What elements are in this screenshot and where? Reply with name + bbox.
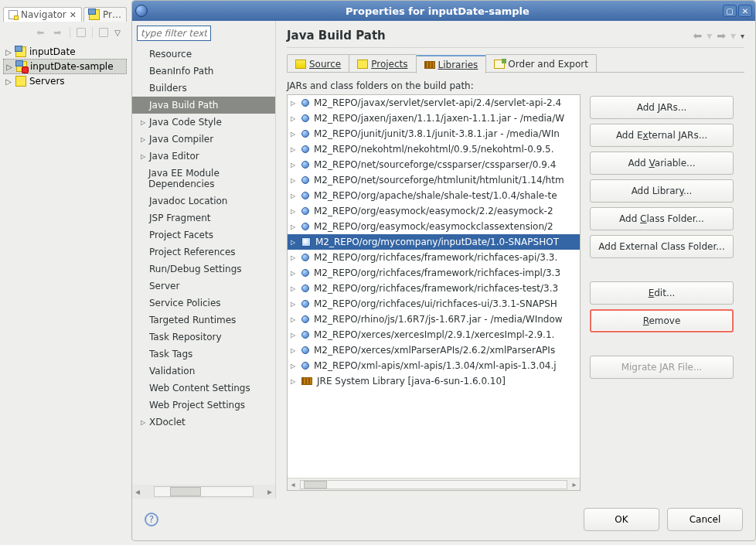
tab-source[interactable]: Source bbox=[287, 54, 349, 73]
category-item[interactable]: ▷Java Code Style bbox=[132, 114, 275, 131]
expand-icon[interactable]: ▷ bbox=[140, 136, 146, 143]
jar-item[interactable]: ▷M2_REPO/nekohtml/nekohtml/0.9.5/nekohtm… bbox=[288, 141, 580, 157]
category-item[interactable]: Javadoc Location bbox=[132, 192, 275, 209]
jar-item[interactable]: ▷M2_REPO/jaxen/jaxen/1.1.1/jaxen-1.1.1.j… bbox=[288, 111, 580, 126]
cancel-button[interactable]: Cancel bbox=[667, 508, 743, 531]
add-class-folder-button[interactable]: Add Class Folder... bbox=[590, 207, 734, 230]
jar-item[interactable]: ▷M2_REPO/org/richfaces/framework/richfac… bbox=[288, 250, 580, 265]
expand-icon[interactable]: ▷ bbox=[291, 208, 297, 215]
expand-icon[interactable]: ▷ bbox=[291, 146, 297, 153]
jar-item[interactable]: ▷M2_REPO/org/easymock/easymockclassexten… bbox=[288, 219, 580, 234]
back-icon[interactable]: ⬅ bbox=[693, 29, 702, 42]
tree-item-inputdate[interactable]: ▷ inputDate bbox=[3, 45, 127, 59]
link-editor-icon[interactable] bbox=[99, 28, 108, 37]
jar-item[interactable]: ▷M2_REPO/javax/servlet/servlet-api/2.4/s… bbox=[288, 95, 580, 111]
category-item[interactable]: Web Project Settings bbox=[132, 397, 275, 414]
jar-list-horizontal-scrollbar[interactable]: ◂ ▸ bbox=[288, 478, 580, 490]
category-item[interactable]: ▷Java Compiler bbox=[132, 131, 275, 148]
add-jars-button[interactable]: Add JARs... bbox=[590, 96, 734, 119]
jar-item[interactable]: ▷M2_REPO/org/richfaces/framework/richfac… bbox=[288, 265, 580, 281]
expand-icon[interactable]: ▷ bbox=[5, 48, 12, 56]
window-close-button[interactable]: ✕ bbox=[738, 5, 752, 17]
ok-button[interactable]: OK bbox=[584, 508, 659, 531]
expand-icon[interactable]: ▷ bbox=[291, 285, 297, 292]
expand-icon[interactable]: ▷ bbox=[291, 192, 297, 199]
remove-button[interactable]: Remove bbox=[590, 309, 734, 332]
expand-icon[interactable]: ▷ bbox=[291, 177, 297, 184]
nav-forward-icon[interactable]: ➡ bbox=[51, 26, 63, 39]
jar-item[interactable]: ▷M2_REPO/net/sourceforge/htmlunit/htmlun… bbox=[288, 172, 580, 188]
jar-item[interactable]: ▷M2_REPO/junit/junit/3.8.1/junit-3.8.1.j… bbox=[288, 126, 580, 141]
edit-button[interactable]: Edit... bbox=[590, 281, 734, 305]
expand-icon[interactable]: ▷ bbox=[291, 270, 297, 277]
jar-item[interactable]: ▷M2_REPO/org/apache/shale/shale-test/1.0… bbox=[288, 188, 580, 203]
expand-icon[interactable]: ▷ bbox=[5, 63, 13, 71]
category-item[interactable]: Builders bbox=[132, 80, 275, 97]
expand-icon[interactable]: ▷ bbox=[291, 254, 297, 261]
jre-item[interactable]: ▷JRE System Library [java-6-sun-1.6.0.10… bbox=[288, 373, 580, 389]
view-menu-icon[interactable]: ▽ bbox=[114, 29, 121, 37]
expand-icon[interactable]: ▷ bbox=[291, 100, 297, 107]
category-item[interactable]: Java EE Module Dependencies bbox=[132, 165, 275, 192]
expand-icon[interactable]: ▷ bbox=[291, 316, 297, 323]
jar-item[interactable]: ▷M2_REPO/org/richfaces/ui/richfaces-ui/3… bbox=[288, 296, 580, 312]
jar-item[interactable]: ▷M2_REPO/xml-apis/xml-apis/1.3.04/xml-ap… bbox=[288, 358, 580, 373]
expand-icon[interactable]: ▷ bbox=[291, 162, 297, 169]
category-item[interactable]: Targeted Runtimes bbox=[132, 312, 275, 329]
page-menu-icon[interactable]: ▾ bbox=[741, 32, 744, 40]
expand-icon[interactable]: ▷ bbox=[291, 363, 297, 370]
category-item[interactable]: Java Build Path bbox=[132, 97, 275, 114]
expand-icon[interactable]: ▷ bbox=[291, 223, 297, 230]
tree-item-inputdate-sample[interactable]: ▷ inputDate-sample bbox=[3, 59, 127, 74]
category-item[interactable]: Task Tags bbox=[132, 346, 275, 363]
category-item[interactable]: Web Content Settings bbox=[132, 380, 275, 397]
help-icon[interactable]: ? bbox=[145, 513, 158, 526]
tab-order-export[interactable]: Order and Export bbox=[485, 54, 597, 73]
jar-item[interactable]: ▷M2_REPO/org/easymock/easymock/2.2/easym… bbox=[288, 203, 580, 219]
category-item[interactable]: Resource bbox=[132, 46, 275, 63]
category-item[interactable]: Server bbox=[132, 278, 275, 295]
jar-item[interactable]: ▷M2_REPO/org/richfaces/framework/richfac… bbox=[288, 281, 580, 296]
category-filter-input[interactable] bbox=[137, 26, 211, 41]
jar-item[interactable]: ▷M2_REPO/net/sourceforge/cssparser/csspa… bbox=[288, 157, 580, 172]
add-library-button[interactable]: Add Library... bbox=[590, 179, 734, 203]
nav-back-icon[interactable]: ⬅ bbox=[34, 26, 46, 39]
window-maximize-button[interactable]: ▢ bbox=[723, 5, 737, 17]
category-item[interactable]: Task Repository bbox=[132, 329, 275, 346]
expand-icon[interactable]: ▷ bbox=[291, 347, 297, 354]
expand-icon[interactable]: ▷ bbox=[291, 131, 297, 138]
expand-icon[interactable]: ▷ bbox=[291, 115, 297, 122]
jar-item[interactable]: ▷M2_REPO/xerces/xmlParserAPIs/2.6.2/xmlP… bbox=[288, 342, 580, 358]
jar-item[interactable]: ▷M2_REPO/rhino/js/1.6R7/js-1.6R7.jar - /… bbox=[288, 312, 580, 327]
category-item[interactable]: Service Policies bbox=[132, 295, 275, 312]
tree-item-servers[interactable]: ▷ Servers bbox=[3, 74, 127, 88]
expand-icon[interactable]: ▷ bbox=[140, 153, 146, 160]
expand-icon[interactable]: ▷ bbox=[291, 332, 297, 339]
navigator-view-tab[interactable]: Navigator ✕ bbox=[3, 7, 82, 22]
category-item[interactable]: ▷XDoclet bbox=[132, 414, 275, 431]
expand-icon[interactable]: ▷ bbox=[140, 419, 146, 426]
truncated-tab[interactable]: Pr… bbox=[83, 7, 127, 22]
jar-item[interactable]: ▷M2_REPO/org/mycompany/inputDate/1.0-SNA… bbox=[288, 234, 580, 250]
expand-icon[interactable]: ▷ bbox=[291, 239, 297, 246]
collapse-all-icon[interactable] bbox=[77, 28, 86, 37]
category-item[interactable]: Run/Debug Settings bbox=[132, 261, 275, 278]
category-horizontal-scrollbar[interactable]: ◂ ▸ bbox=[132, 485, 275, 499]
category-item[interactable]: BeanInfo Path bbox=[132, 63, 275, 80]
category-item[interactable]: Validation bbox=[132, 363, 275, 380]
expand-icon[interactable]: ▷ bbox=[5, 77, 12, 86]
tab-close-icon[interactable]: ✕ bbox=[70, 10, 77, 20]
tab-projects[interactable]: Projects bbox=[349, 54, 416, 73]
expand-icon[interactable]: ▷ bbox=[140, 119, 146, 126]
add-external-jars-button[interactable]: Add External JARs... bbox=[590, 124, 734, 147]
category-item[interactable]: JSP Fragment bbox=[132, 209, 275, 227]
tab-libraries[interactable]: Libraries bbox=[416, 55, 487, 73]
dialog-titlebar[interactable]: Properties for inputDate-sample ▢ ✕ bbox=[132, 1, 755, 21]
add-variable-button[interactable]: Add Variable... bbox=[590, 152, 734, 175]
jar-item[interactable]: ▷M2_REPO/xerces/xercesImpl/2.9.1/xercesI… bbox=[288, 327, 580, 342]
expand-icon[interactable]: ▷ bbox=[291, 301, 297, 308]
category-item[interactable]: Project References bbox=[132, 244, 275, 261]
category-item[interactable]: Project Facets bbox=[132, 227, 275, 244]
forward-icon[interactable]: ➡ bbox=[717, 29, 726, 42]
expand-icon[interactable]: ▷ bbox=[291, 378, 297, 385]
